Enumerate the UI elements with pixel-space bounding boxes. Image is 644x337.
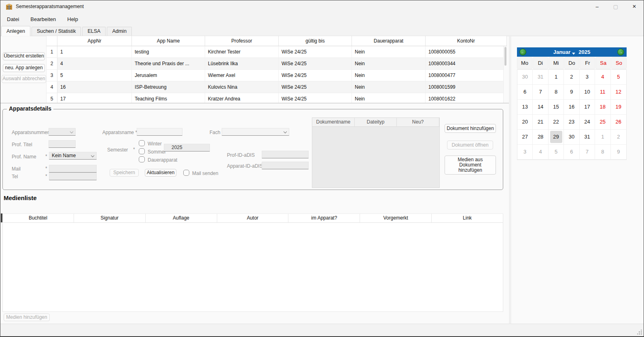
calendar-day[interactable]: 31 (580, 130, 595, 145)
calendar-day[interactable]: 23 (564, 115, 579, 130)
calendar-year[interactable]: 2025 (578, 49, 590, 55)
table-row[interactable]: 416ISP-BetreuungKulovics NinaWiSe 24/25N… (47, 81, 507, 93)
mail-senden-checkbox[interactable] (183, 170, 189, 176)
medien-aus-dokument-button[interactable]: Medien aus Dokument hinzufügen (445, 156, 496, 175)
calendar-day[interactable]: 15 (549, 100, 564, 115)
calendar-day[interactable]: 11 (595, 85, 610, 100)
calendar-day[interactable]: 14 (533, 100, 548, 115)
column-header[interactable]: AppNr (57, 36, 132, 46)
column-header[interactable]: Link (432, 214, 503, 222)
prof-titel-field[interactable] (49, 140, 76, 148)
dokument-oeffnen-button[interactable]: Dokument öffnen (447, 141, 493, 149)
column-header[interactable]: Signatur (74, 214, 146, 222)
tel-field[interactable] (49, 173, 97, 180)
calendar-day[interactable]: 2 (564, 70, 579, 85)
column-header[interactable]: gültig bis (279, 36, 352, 46)
calendar-day[interactable]: 5 (611, 70, 626, 85)
resize-grip-icon[interactable] (637, 330, 642, 335)
dokument-hinzufuegen-button[interactable]: Dokument hinzufügen (445, 124, 496, 133)
calendar-day[interactable]: 27 (517, 130, 533, 145)
calendar-day[interactable]: 31 (533, 70, 548, 85)
calendar-day[interactable]: 5 (549, 145, 564, 160)
calendar-day[interactable]: 3 (580, 70, 595, 85)
apparat-id-adis-field[interactable] (262, 162, 309, 169)
calendar-day[interactable]: 12 (611, 85, 626, 100)
column-header[interactable]: Dauerapparat (352, 36, 426, 46)
minimize-button[interactable]: – (588, 0, 606, 13)
calendar-day[interactable]: 25 (595, 115, 610, 130)
menu-datei[interactable]: Datei (2, 15, 24, 24)
calendar-day[interactable]: 7 (580, 145, 595, 160)
menu-help[interactable]: Help (62, 15, 83, 24)
calendar-day[interactable]: 1 (595, 130, 610, 145)
column-header[interactable]: Dateityp (355, 118, 397, 126)
calendar-day[interactable]: 17 (580, 100, 595, 115)
calendar-day[interactable]: 28 (533, 130, 548, 145)
sommer-radio[interactable] (139, 148, 145, 154)
calendar-day[interactable]: 10 (580, 85, 595, 100)
apparatsname-field[interactable] (137, 128, 182, 136)
calendar-day[interactable]: 19 (611, 100, 626, 115)
calendar-day[interactable]: 6 (564, 145, 579, 160)
calendar-day[interactable]: 21 (533, 115, 548, 130)
column-header[interactable]: App Name (132, 36, 205, 46)
column-header[interactable]: Autor (217, 214, 289, 222)
calendar-day[interactable]: 9 (564, 85, 579, 100)
table-row[interactable]: 24Theorie und Praxis der ...Lüsebrink Il… (47, 58, 507, 70)
mail-field[interactable] (49, 165, 97, 173)
column-header[interactable]: im Apparat? (288, 214, 360, 222)
scrollbar-thumb[interactable] (504, 47, 506, 66)
speichern-button[interactable]: Speichern (110, 169, 139, 177)
column-header[interactable]: Neu? (397, 118, 439, 126)
apparatsnummer-combo[interactable] (49, 128, 76, 136)
calendar-day[interactable]: 13 (517, 100, 533, 115)
table-scrollbar[interactable] (503, 46, 507, 103)
fach-combo[interactable] (222, 128, 289, 136)
menu-bearbeiten[interactable]: Bearbeiten (25, 15, 61, 24)
table-row[interactable]: 517Teaching FilmsKratzer AndreaWiSe 24/2… (47, 93, 507, 103)
calendar-day[interactable]: 8 (595, 145, 610, 160)
winter-radio[interactable] (139, 140, 145, 146)
semester-jahr-field[interactable]: 2025 (164, 144, 210, 151)
tab-suchen-statistik[interactable]: Suchen / Statistik (32, 27, 81, 36)
calendar-day[interactable]: 3 (517, 145, 533, 160)
calendar-day[interactable]: 30 (517, 70, 533, 85)
calendar-day[interactable]: 2 (611, 130, 626, 145)
calendar-day[interactable]: 24 (580, 115, 595, 130)
auswahl-abbrechen-button[interactable]: Auswahl abbrechen (2, 75, 46, 83)
calendar-day[interactable]: 26 (611, 115, 626, 130)
table-row[interactable]: 11testingKirchner TesterWiSe 24/25Nein10… (47, 46, 507, 58)
uebersicht-erstellen-button[interactable]: Übersicht erstellen (3, 52, 45, 60)
calendar-day[interactable]: 20 (517, 115, 533, 130)
calendar-day[interactable]: 8 (549, 85, 564, 100)
column-header[interactable]: Buchtitel (2, 214, 74, 222)
calendar-next-button[interactable]: → (617, 49, 624, 55)
calendar-day[interactable]: 7 (533, 85, 548, 100)
column-header[interactable]: Dokumentname (312, 118, 355, 126)
calendar-prev-button[interactable]: ← (519, 49, 526, 55)
calendar-day[interactable]: 29 (549, 130, 564, 145)
calendar-month[interactable]: Januar (553, 49, 571, 55)
column-header[interactable]: Vorgemerkt (360, 214, 432, 222)
prof-id-adis-field[interactable] (262, 151, 309, 158)
tab-elsa[interactable]: ELSA (82, 27, 106, 36)
calendar-day[interactable]: 30 (564, 130, 579, 145)
dauerapparat-radio[interactable] (139, 156, 145, 162)
calendar-day[interactable]: 6 (517, 85, 533, 100)
calendar-day[interactable]: 4 (533, 145, 548, 160)
aktualisieren-button[interactable]: Aktualisieren (145, 169, 176, 177)
calendar-day[interactable]: 9 (611, 145, 626, 160)
calendar-day[interactable]: 4 (595, 70, 610, 85)
tab-admin[interactable]: Admin (107, 27, 131, 36)
close-button[interactable]: ✕ (625, 0, 644, 13)
neue-app-anlegen-button[interactable]: neu. App anlegen (3, 64, 45, 72)
column-header[interactable]: Auflage (146, 214, 217, 222)
medien-hinzufuegen-button[interactable]: Medien hinzufügen (4, 314, 50, 321)
calendar-day[interactable]: 18 (595, 100, 610, 115)
prof-name-combo[interactable]: Kein Name (49, 152, 97, 160)
tab-anlegen[interactable]: Anlegen (1, 26, 30, 36)
calendar-day[interactable]: 16 (564, 100, 579, 115)
table-row[interactable]: 35JerusalemWiemer AxelWiSe 24/25Nein1008… (47, 70, 507, 81)
calendar-day[interactable]: 1 (549, 70, 564, 85)
calendar-day[interactable]: 22 (549, 115, 564, 130)
